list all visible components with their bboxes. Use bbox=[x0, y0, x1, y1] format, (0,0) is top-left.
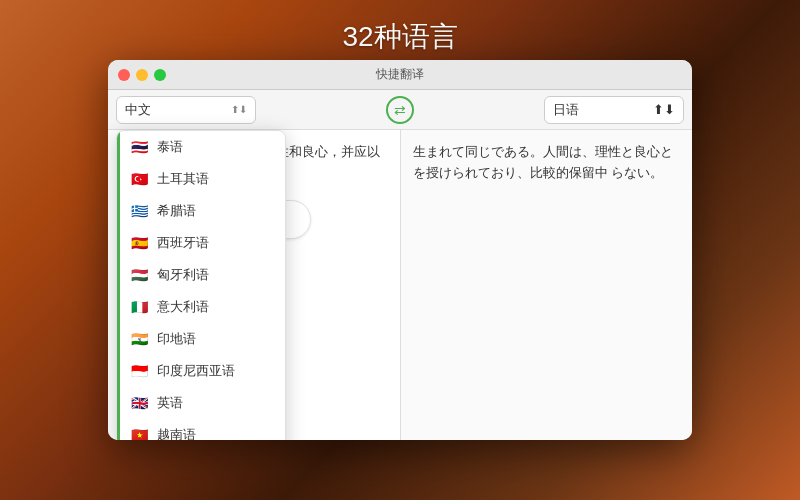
dropdown-item-hindi[interactable]: 🇮🇳印地语 bbox=[117, 323, 285, 355]
traffic-lights bbox=[108, 69, 166, 81]
lang-label-italian: 意大利语 bbox=[157, 298, 209, 316]
main-window: 快捷翻译 中文 ⬆⬇ ⇄ 日语 ⬆⬇ 义上一律平等。他们赋有理性和良心，并应以兄… bbox=[108, 60, 692, 440]
flag-hindi: 🇮🇳 bbox=[129, 332, 149, 346]
dropdown-item-hungarian[interactable]: 🇭🇺匈牙利语 bbox=[117, 259, 285, 291]
flag-italian: 🇮🇹 bbox=[129, 300, 149, 314]
target-language-select[interactable]: 日语 ⬆⬇ bbox=[544, 96, 684, 124]
dropdown-item-greek[interactable]: 🇬🇷希腊语 bbox=[117, 195, 285, 227]
dropdown-item-english[interactable]: 🇬🇧英语 bbox=[117, 387, 285, 419]
flag-thai: 🇹🇭 bbox=[129, 140, 149, 154]
flag-vietnamese: 🇻🇳 bbox=[129, 428, 149, 440]
lang-label-greek: 希腊语 bbox=[157, 202, 196, 220]
swap-button-container: ⇄ bbox=[260, 96, 540, 124]
dropdown-item-turkish[interactable]: 🇹🇷土耳其语 bbox=[117, 163, 285, 195]
flag-greek: 🇬🇷 bbox=[129, 204, 149, 218]
close-button[interactable] bbox=[118, 69, 130, 81]
page-title: 32种语言 bbox=[342, 18, 457, 56]
lang-label-hindi: 印地语 bbox=[157, 330, 196, 348]
swap-button[interactable]: ⇄ bbox=[386, 96, 414, 124]
lang-label-english: 英语 bbox=[157, 394, 183, 412]
target-text: 生まれて同じである。人間は、理性と良心とを授けられており、比較的保留中 らない。 bbox=[413, 142, 681, 184]
dropdown-item-vietnamese[interactable]: 🇻🇳越南语 bbox=[117, 419, 285, 440]
target-pane: 生まれて同じである。人間は、理性と良心とを授けられており、比較的保留中 らない。 bbox=[401, 130, 693, 440]
source-language-select[interactable]: 中文 ⬆⬇ bbox=[116, 96, 256, 124]
target-lang-arrow: ⬆⬇ bbox=[653, 102, 675, 117]
dropdown-item-thai[interactable]: 🇹🇭泰语 bbox=[117, 131, 285, 163]
flag-spanish: 🇪🇸 bbox=[129, 236, 149, 250]
lang-label-thai: 泰语 bbox=[157, 138, 183, 156]
window-title: 快捷翻译 bbox=[376, 66, 424, 83]
maximize-button[interactable] bbox=[154, 69, 166, 81]
lang-label-indonesian: 印度尼西亚语 bbox=[157, 362, 235, 380]
lang-label-vietnamese: 越南语 bbox=[157, 426, 196, 440]
flag-indonesian: 🇮🇩 bbox=[129, 364, 149, 378]
lang-label-turkish: 土耳其语 bbox=[157, 170, 209, 188]
target-language-label: 日语 bbox=[553, 101, 579, 119]
flag-english: 🇬🇧 bbox=[129, 396, 149, 410]
language-dropdown: 🇹🇭泰语🇹🇷土耳其语🇬🇷希腊语🇪🇸西班牙语🇭🇺匈牙利语🇮🇹意大利语🇮🇳印地语🇮🇩… bbox=[116, 130, 286, 440]
flag-hungarian: 🇭🇺 bbox=[129, 268, 149, 282]
flag-turkish: 🇹🇷 bbox=[129, 172, 149, 186]
titlebar: 快捷翻译 bbox=[108, 60, 692, 90]
toolbar: 中文 ⬆⬇ ⇄ 日语 ⬆⬇ bbox=[108, 90, 692, 130]
dropdown-item-spanish[interactable]: 🇪🇸西班牙语 bbox=[117, 227, 285, 259]
dropdown-item-italian[interactable]: 🇮🇹意大利语 bbox=[117, 291, 285, 323]
source-lang-arrow: ⬆⬇ bbox=[231, 104, 247, 115]
lang-label-hungarian: 匈牙利语 bbox=[157, 266, 209, 284]
source-language-label: 中文 bbox=[125, 101, 151, 119]
minimize-button[interactable] bbox=[136, 69, 148, 81]
dropdown-item-indonesian[interactable]: 🇮🇩印度尼西亚语 bbox=[117, 355, 285, 387]
lang-label-spanish: 西班牙语 bbox=[157, 234, 209, 252]
